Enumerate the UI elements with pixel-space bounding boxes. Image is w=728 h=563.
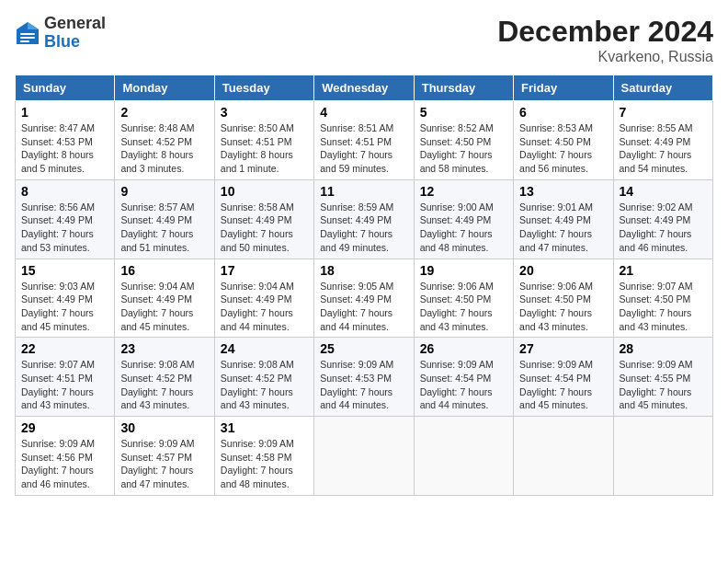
- daylight: Daylight: 7 hours and 45 minutes.: [21, 307, 94, 332]
- weekday-header-wednesday: Wednesday: [314, 75, 414, 101]
- sunset: Sunset: 4:49 PM: [120, 293, 192, 304]
- sunrise: Sunrise: 8:57 AM: [120, 201, 194, 213]
- day-number: 28: [620, 341, 707, 356]
- day-info: Sunrise: 8:53 AM Sunset: 4:50 PM Dayligh…: [519, 121, 607, 176]
- day-number: 20: [519, 263, 607, 278]
- week-row-1: 1 Sunrise: 8:47 AM Sunset: 4:53 PM Dayli…: [16, 101, 713, 180]
- daylight: Daylight: 7 hours and 47 minutes.: [519, 228, 592, 253]
- day-number: 25: [320, 341, 407, 356]
- daylight: Daylight: 8 hours and 1 minute.: [221, 149, 293, 174]
- sunset: Sunset: 4:50 PM: [420, 293, 492, 304]
- sunrise: Sunrise: 9:09 AM: [519, 359, 593, 370]
- sunset: Sunset: 4:49 PM: [21, 293, 93, 304]
- day-cell: 13 Sunrise: 9:01 AM Sunset: 4:49 PM Dayl…: [514, 179, 613, 259]
- sunset: Sunset: 4:50 PM: [519, 293, 591, 304]
- day-info: Sunrise: 9:05 AM Sunset: 4:49 PM Dayligh…: [320, 280, 407, 334]
- day-cell: [314, 417, 414, 496]
- daylight: Daylight: 7 hours and 59 minutes.: [320, 149, 392, 174]
- sunset: Sunset: 4:49 PM: [221, 214, 292, 225]
- day-cell: 30 Sunrise: 9:09 AM Sunset: 4:57 PM Dayl…: [115, 417, 214, 496]
- sunrise: Sunrise: 8:51 AM: [320, 122, 393, 133]
- sunrise: Sunrise: 9:09 AM: [21, 438, 95, 449]
- sunrise: Sunrise: 9:03 AM: [21, 281, 95, 292]
- day-info: Sunrise: 9:09 AM Sunset: 4:53 PM Dayligh…: [320, 358, 407, 412]
- sunrise: Sunrise: 9:09 AM: [320, 359, 393, 370]
- sunrise: Sunrise: 9:09 AM: [420, 359, 494, 370]
- sunrise: Sunrise: 9:05 AM: [320, 281, 393, 292]
- sunrise: Sunrise: 9:06 AM: [519, 281, 593, 292]
- sunset: Sunset: 4:54 PM: [420, 373, 492, 384]
- day-info: Sunrise: 8:57 AM Sunset: 4:49 PM Dayligh…: [120, 201, 208, 255]
- day-info: Sunrise: 8:58 AM Sunset: 4:49 PM Dayligh…: [221, 201, 308, 255]
- sunset: Sunset: 4:56 PM: [21, 452, 93, 463]
- day-info: Sunrise: 8:51 AM Sunset: 4:51 PM Dayligh…: [320, 121, 407, 176]
- day-number: 30: [120, 420, 208, 435]
- svg-rect-4: [20, 40, 29, 42]
- weekday-header-tuesday: Tuesday: [214, 75, 313, 101]
- day-cell: 1 Sunrise: 8:47 AM Sunset: 4:53 PM Dayli…: [16, 101, 115, 180]
- day-cell: 31 Sunrise: 9:09 AM Sunset: 4:58 PM Dayl…: [214, 417, 313, 496]
- day-info: Sunrise: 8:56 AM Sunset: 4:49 PM Dayligh…: [21, 201, 108, 255]
- day-number: 18: [320, 263, 407, 278]
- day-number: 17: [221, 263, 308, 278]
- day-cell: 4 Sunrise: 8:51 AM Sunset: 4:51 PM Dayli…: [314, 101, 414, 180]
- weekday-header-sunday: Sunday: [16, 75, 115, 101]
- daylight: Daylight: 7 hours and 45 minutes.: [519, 386, 592, 411]
- daylight: Daylight: 8 hours and 5 minutes.: [21, 149, 94, 174]
- sunrise: Sunrise: 9:01 AM: [519, 201, 593, 213]
- day-info: Sunrise: 9:08 AM Sunset: 4:52 PM Dayligh…: [221, 358, 308, 412]
- day-number: 21: [620, 263, 707, 278]
- day-cell: 8 Sunrise: 8:56 AM Sunset: 4:49 PM Dayli…: [16, 179, 115, 259]
- weekday-header-row: SundayMondayTuesdayWednesdayThursdayFrid…: [16, 75, 713, 101]
- sunrise: Sunrise: 9:09 AM: [620, 359, 693, 370]
- day-number: 9: [120, 184, 208, 199]
- day-info: Sunrise: 9:06 AM Sunset: 4:50 PM Dayligh…: [420, 280, 507, 334]
- sunrise: Sunrise: 9:08 AM: [120, 359, 194, 370]
- sunrise: Sunrise: 9:07 AM: [620, 281, 693, 292]
- daylight: Daylight: 7 hours and 50 minutes.: [221, 228, 293, 253]
- day-number: 24: [221, 341, 308, 356]
- day-number: 15: [21, 263, 108, 278]
- day-info: Sunrise: 8:47 AM Sunset: 4:53 PM Dayligh…: [21, 121, 108, 176]
- day-number: 12: [420, 184, 507, 199]
- day-number: 22: [21, 341, 108, 356]
- day-cell: 14 Sunrise: 9:02 AM Sunset: 4:49 PM Dayl…: [613, 179, 712, 259]
- daylight: Daylight: 7 hours and 43 minutes.: [120, 386, 193, 411]
- logo-icon: [15, 20, 40, 46]
- day-number: 2: [120, 105, 208, 120]
- day-cell: 29 Sunrise: 9:09 AM Sunset: 4:56 PM Dayl…: [16, 417, 115, 496]
- calendar-table: SundayMondayTuesdayWednesdayThursdayFrid…: [15, 75, 713, 496]
- sunset: Sunset: 4:52 PM: [120, 136, 192, 147]
- sunset: Sunset: 4:53 PM: [320, 373, 392, 384]
- daylight: Daylight: 7 hours and 43 minutes.: [519, 307, 592, 332]
- sunset: Sunset: 4:49 PM: [620, 136, 691, 147]
- day-info: Sunrise: 8:52 AM Sunset: 4:50 PM Dayligh…: [420, 121, 507, 176]
- day-info: Sunrise: 9:07 AM Sunset: 4:51 PM Dayligh…: [21, 358, 108, 412]
- daylight: Daylight: 7 hours and 44 minutes.: [320, 386, 392, 411]
- sunrise: Sunrise: 8:48 AM: [120, 122, 194, 133]
- sunrise: Sunrise: 8:50 AM: [221, 122, 294, 133]
- sunset: Sunset: 4:54 PM: [519, 373, 591, 384]
- svg-rect-2: [20, 33, 35, 35]
- day-cell: 27 Sunrise: 9:09 AM Sunset: 4:54 PM Dayl…: [514, 338, 613, 417]
- sunset: Sunset: 4:49 PM: [221, 293, 292, 304]
- sunset: Sunset: 4:49 PM: [21, 214, 93, 225]
- sunset: Sunset: 4:49 PM: [620, 214, 691, 225]
- daylight: Daylight: 7 hours and 45 minutes.: [120, 307, 193, 332]
- day-cell: 5 Sunrise: 8:52 AM Sunset: 4:50 PM Dayli…: [414, 101, 513, 180]
- daylight: Daylight: 7 hours and 48 minutes.: [420, 228, 493, 253]
- day-number: 11: [320, 184, 407, 199]
- day-cell: 3 Sunrise: 8:50 AM Sunset: 4:51 PM Dayli…: [214, 101, 313, 180]
- day-number: 3: [221, 105, 308, 120]
- day-number: 31: [221, 420, 308, 435]
- sunset: Sunset: 4:58 PM: [221, 452, 292, 463]
- daylight: Daylight: 7 hours and 58 minutes.: [420, 149, 493, 174]
- daylight: Daylight: 7 hours and 45 minutes.: [620, 386, 692, 411]
- day-number: 1: [21, 105, 108, 120]
- daylight: Daylight: 7 hours and 43 minutes.: [21, 386, 94, 411]
- day-number: 29: [21, 420, 108, 435]
- day-cell: 16 Sunrise: 9:04 AM Sunset: 4:49 PM Dayl…: [115, 259, 214, 338]
- day-number: 26: [420, 341, 507, 356]
- svg-rect-3: [20, 37, 35, 39]
- day-info: Sunrise: 9:09 AM Sunset: 4:54 PM Dayligh…: [420, 358, 507, 412]
